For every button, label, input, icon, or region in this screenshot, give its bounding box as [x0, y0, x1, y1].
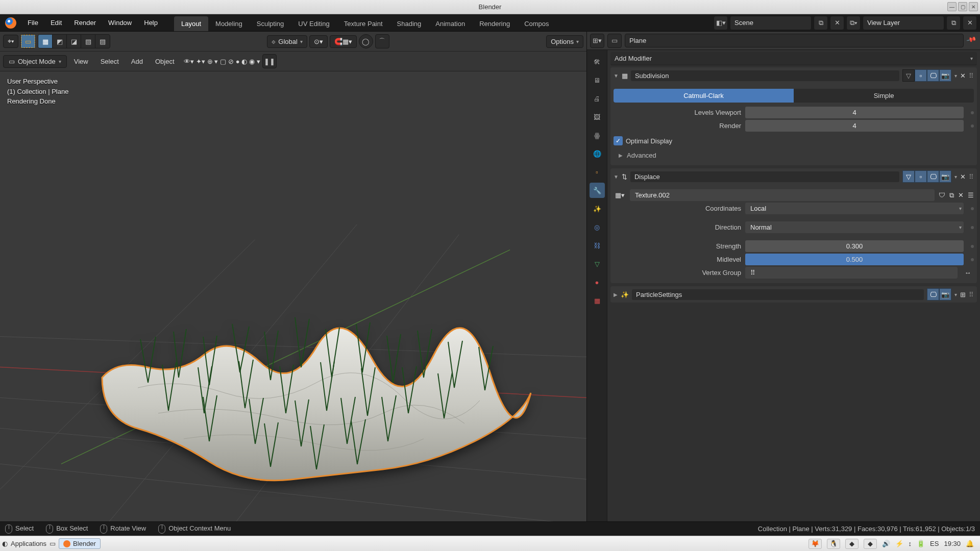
anim-dot[interactable] — [971, 226, 974, 229]
new-texture-icon[interactable]: ⧉ — [949, 191, 954, 199]
options-dropdown[interactable]: Options ▾ — [546, 35, 583, 48]
viewlayer-delete-icon[interactable]: ✕ — [963, 16, 977, 30]
tab-compositing[interactable]: Compos — [517, 16, 556, 31]
overlay-drop-icon[interactable]: ▾ — [214, 58, 218, 65]
strength-field[interactable]: 0.300 — [745, 240, 964, 252]
clock[interactable]: 19:30 — [944, 540, 961, 547]
anim-dot[interactable] — [971, 258, 974, 261]
proportional-falloff-icon[interactable]: ⌒ — [375, 34, 389, 48]
anim-dot[interactable] — [971, 124, 974, 128]
tab-animation[interactable]: Animation — [428, 16, 472, 31]
maximize-button[interactable]: ▢ — [958, 2, 967, 11]
pivot-point-dropdown[interactable]: ⊙▾ — [309, 35, 328, 48]
add-menu[interactable]: Add — [126, 56, 148, 67]
texture-field[interactable]: Texture.002 — [630, 189, 935, 201]
add-modifier-dropdown[interactable]: Add Modifier▾ — [610, 52, 977, 65]
mod-realtime-icon[interactable]: 🖵 — [927, 69, 939, 82]
levels-viewport-field[interactable]: 4 — [745, 107, 964, 118]
shade-wireframe-icon[interactable]: ⊘ — [228, 58, 234, 65]
tab-shading[interactable]: Shading — [390, 16, 429, 31]
pause-render-icon[interactable]: ❚❚ — [262, 54, 277, 68]
catmull-clark-button[interactable]: Catmull-Clark — [614, 89, 794, 103]
menu-file[interactable]: File — [21, 16, 44, 30]
view-menu[interactable]: View — [69, 56, 93, 67]
shade-matprev-icon[interactable]: ◐ — [241, 58, 247, 65]
tab-rendering[interactable]: Rendering — [472, 16, 517, 31]
expand-icon[interactable]: ▼ — [614, 73, 619, 79]
gizmo-scale-icon[interactable]: ◪ — [67, 35, 81, 48]
mod-editmode-icon[interactable]: ▫ — [915, 69, 927, 82]
scene-copy-icon[interactable]: ⧉ — [814, 16, 828, 30]
mod-menu-icon[interactable]: ▾ — [954, 292, 957, 297]
gizmo-all-icon[interactable]: ▨ — [95, 35, 110, 48]
tray-app2-icon[interactable]: ◆ — [864, 539, 877, 549]
mod-realtime-icon[interactable]: 🖵 — [927, 170, 939, 183]
midlevel-field[interactable]: 0.500 — [745, 254, 964, 265]
tab-modeling[interactable]: Modeling — [208, 16, 250, 31]
ptab-mesh-icon[interactable]: ▽ — [590, 256, 605, 271]
gizmo-rotate-icon[interactable]: ◩ — [53, 35, 67, 48]
mod-oncage-icon[interactable]: ▽ — [902, 170, 915, 183]
coordinates-dropdown[interactable]: Local▾ — [745, 203, 964, 214]
mod-drag-icon[interactable]: ⠿ — [969, 291, 974, 298]
ptab-world-icon[interactable]: 🌐 — [590, 146, 605, 161]
ptab-physics-icon[interactable]: ◎ — [590, 219, 605, 235]
tab-uvediting[interactable]: UV Editing — [291, 16, 336, 31]
texture-browse-icon[interactable]: ▦▾ — [614, 191, 626, 199]
volume-icon[interactable]: 🔊 — [882, 540, 890, 547]
tray-app1-icon[interactable]: ◆ — [845, 539, 859, 549]
network-icon[interactable]: ↕ — [909, 540, 912, 547]
battery-icon[interactable]: 🔋 — [917, 540, 925, 547]
invert-vgroup-icon[interactable]: ↔ — [962, 269, 974, 277]
mod-drag-icon[interactable]: ⠿ — [969, 72, 974, 80]
ptab-modifiers-icon[interactable]: 🔧 — [590, 183, 605, 198]
mod-oncage-icon[interactable]: ▽ — [902, 69, 915, 82]
unlink-texture-icon[interactable]: ✕ — [958, 191, 964, 199]
ptab-texture-icon[interactable]: ▦ — [590, 293, 605, 308]
expand-icon[interactable]: ▶ — [614, 292, 618, 297]
tray-firefox-icon[interactable]: 🦊 — [808, 539, 822, 549]
mod-delete-icon[interactable]: ✕ — [960, 173, 966, 181]
notifications-icon[interactable]: 🔔 — [966, 540, 974, 547]
mod-drag-icon[interactable]: ⠿ — [969, 173, 974, 181]
ptab-tool-icon[interactable]: 🛠 — [590, 54, 605, 69]
modifier-name-field[interactable]: Subdivision — [631, 70, 899, 81]
mod-menu-icon[interactable]: ▾ — [954, 174, 957, 180]
ptab-constraints-icon[interactable]: ⛓ — [590, 238, 605, 253]
gizmo-icon[interactable]: ✦▾ — [196, 58, 205, 65]
mod-menu-icon[interactable]: ▾ — [954, 73, 957, 79]
optimal-display-checkbox[interactable]: ✓ — [614, 136, 623, 145]
snap-dropdown[interactable]: 🧲▦▾ — [330, 35, 357, 48]
tab-texturepaint[interactable]: Texture Paint — [337, 16, 390, 31]
object-menu[interactable]: Object — [150, 56, 180, 67]
viewlayer-name-field[interactable]: View Layer — [863, 16, 944, 30]
object-icon[interactable]: ▭ — [607, 34, 622, 48]
mod-realtime-icon[interactable]: 🖵 — [927, 288, 939, 300]
power-icon[interactable]: ⚡ — [895, 540, 903, 547]
scene-name-field[interactable]: Scene — [730, 16, 812, 30]
tab-layout[interactable]: Layout — [174, 16, 208, 31]
applications-button[interactable]: Applications — [11, 540, 46, 547]
advanced-toggle[interactable]: ▶Advanced — [614, 148, 974, 162]
gizmo-trans-icon[interactable]: ▧ — [81, 35, 95, 48]
shade-drop-icon[interactable]: ▾ — [257, 58, 260, 65]
anim-dot[interactable] — [971, 207, 974, 210]
vertex-group-field[interactable]: ⠿ — [745, 267, 958, 279]
menu-edit[interactable]: Edit — [44, 16, 68, 30]
tray-gimp-icon[interactable]: 🐧 — [827, 539, 840, 549]
xray-icon[interactable]: ▢ — [220, 58, 226, 65]
tab-sculpting[interactable]: Sculpting — [250, 16, 291, 31]
transform-orientation-dropdown[interactable]: ⟐ Global ▾ — [267, 35, 307, 48]
ptab-output-icon[interactable]: 🖨 — [590, 91, 605, 106]
mod-render-icon[interactable]: 📷 — [939, 288, 951, 300]
proportional-edit-toggle[interactable]: ◯ — [359, 34, 373, 48]
visibility-icon[interactable]: 👁▾ — [184, 58, 194, 65]
ptab-material-icon[interactable]: ● — [590, 274, 605, 290]
render-level-field[interactable]: 4 — [745, 120, 964, 132]
mod-editmode-icon[interactable]: ▫ — [915, 170, 927, 183]
terrain-mesh[interactable] — [77, 311, 546, 507]
direction-dropdown[interactable]: Normal▾ — [745, 221, 964, 233]
cursor-tool-dropdown[interactable]: ⌖▾ — [3, 35, 18, 48]
mod-extra-icon[interactable]: ⊞ — [960, 291, 966, 298]
shade-rendered-icon[interactable]: ◉ — [249, 58, 255, 65]
